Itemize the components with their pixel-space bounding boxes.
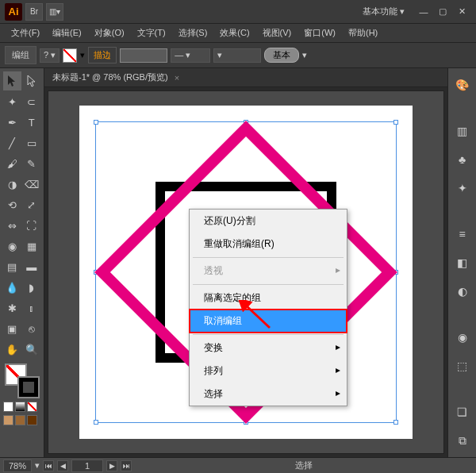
selection-handle[interactable] bbox=[94, 420, 98, 425]
menu-type[interactable]: 文字(T) bbox=[131, 25, 172, 41]
menu-file[interactable]: 文件(F) bbox=[5, 25, 46, 41]
menu-window[interactable]: 窗口(W) bbox=[298, 25, 342, 41]
slice-tool[interactable]: ⎋ bbox=[23, 319, 41, 338]
maximize-button[interactable]: ▢ bbox=[433, 4, 452, 20]
eyedropper-tool[interactable]: 💧 bbox=[3, 278, 21, 297]
lasso-tool[interactable]: ⊂ bbox=[23, 92, 41, 111]
last-page-button[interactable]: ⏭ bbox=[121, 460, 132, 471]
rotate-tool[interactable]: ⟲ bbox=[3, 195, 21, 214]
minimize-button[interactable]: — bbox=[414, 4, 433, 20]
zoom-dropdown-icon[interactable]: ▾ bbox=[35, 460, 40, 471]
gradient-mode-icon[interactable] bbox=[15, 402, 25, 412]
ctx-redo[interactable]: 重做取消编组(R) bbox=[190, 233, 347, 256]
color-mode-icon[interactable] bbox=[3, 402, 13, 412]
selection-tool[interactable] bbox=[3, 71, 21, 90]
fill-swatch-none-icon[interactable] bbox=[63, 48, 77, 63]
selection-handle[interactable] bbox=[94, 120, 98, 125]
width-tool[interactable]: ⇔ bbox=[3, 216, 21, 235]
document-title: 未标题-1* @ 78% (RGB/预览) bbox=[52, 71, 168, 83]
ctx-separator bbox=[193, 334, 344, 335]
artboard-tool[interactable]: ▣ bbox=[3, 319, 21, 338]
first-page-button[interactable]: ⏮ bbox=[43, 460, 54, 471]
fill-dropdown[interactable]: ? ▾ bbox=[40, 48, 60, 63]
workspace-switcher[interactable]: 基本功能 ▾ bbox=[363, 6, 405, 17]
menu-view[interactable]: 视图(V) bbox=[256, 25, 298, 41]
shape-builder-tool[interactable]: ◉ bbox=[3, 236, 21, 256]
perspective-grid-tool[interactable]: ▦ bbox=[23, 236, 41, 256]
ctx-select[interactable]: 选择 bbox=[190, 383, 347, 406]
graphic-styles-panel-icon[interactable]: ⬚ bbox=[454, 357, 471, 375]
draw-inside-icon[interactable] bbox=[27, 415, 37, 425]
hand-tool[interactable]: ✋ bbox=[3, 340, 21, 359]
artboards-panel-icon[interactable]: ⧉ bbox=[454, 432, 471, 449]
layers-panel-icon[interactable]: ❏ bbox=[454, 403, 471, 421]
arrange-documents-button[interactable]: ▥▾ bbox=[46, 3, 63, 21]
line-tool[interactable]: ╱ bbox=[3, 133, 21, 152]
ctx-separator bbox=[193, 257, 344, 258]
column-graph-tool[interactable]: ⫾ bbox=[23, 298, 41, 317]
panel-dock: 🎨 ▥ ♣ ✦ ≡ ◧ ◐ ◉ ⬚ ❏ ⧉ bbox=[447, 68, 476, 457]
zoom-tool[interactable]: 🔍 bbox=[23, 340, 41, 359]
color-mode-row bbox=[3, 402, 40, 412]
swatches-panel-icon[interactable]: ▥ bbox=[454, 122, 471, 140]
selection-handle[interactable] bbox=[393, 120, 398, 125]
document-tab[interactable]: 未标题-1* @ 78% (RGB/预览) × bbox=[44, 68, 447, 87]
scale-tool[interactable]: ⤢ bbox=[23, 195, 41, 214]
mesh-tool[interactable]: ▤ bbox=[3, 257, 21, 276]
zoom-field[interactable]: 78% bbox=[3, 460, 32, 472]
free-transform-tool[interactable]: ⛶ bbox=[23, 216, 41, 235]
app-logo-icon: Ai bbox=[5, 3, 22, 21]
color-panel-icon[interactable]: 🎨 bbox=[454, 76, 471, 94]
selection-handle[interactable] bbox=[393, 420, 398, 425]
blob-brush-tool[interactable]: ◑ bbox=[3, 175, 21, 194]
stroke-weight-field[interactable] bbox=[120, 48, 167, 63]
style-dropdown-icon[interactable]: ▾ bbox=[302, 50, 307, 60]
eraser-tool[interactable]: ⌫ bbox=[23, 175, 41, 194]
ctx-arrange[interactable]: 排列 bbox=[190, 360, 347, 383]
menu-help[interactable]: 帮助(H) bbox=[342, 25, 384, 41]
draw-behind-icon[interactable] bbox=[15, 415, 25, 425]
control-bar: 编组 ? ▾ ▾ 描边 — ▾ ▾ 基本 ▾ bbox=[0, 43, 476, 68]
rectangle-tool[interactable]: ▭ bbox=[23, 133, 41, 152]
brushes-panel-icon[interactable]: ♣ bbox=[454, 151, 471, 168]
blend-tool[interactable]: ◗ bbox=[23, 278, 41, 297]
symbols-panel-icon[interactable]: ✦ bbox=[454, 179, 471, 197]
menu-bar: 文件(F) 编辑(E) 对象(O) 文字(T) 选择(S) 效果(C) 视图(V… bbox=[0, 24, 476, 43]
menu-effect[interactable]: 效果(C) bbox=[213, 25, 255, 41]
bridge-button[interactable]: Br bbox=[25, 3, 43, 21]
menu-edit[interactable]: 编辑(E) bbox=[46, 25, 88, 41]
type-tool[interactable]: T bbox=[23, 113, 41, 132]
stroke-color-icon[interactable] bbox=[17, 376, 40, 398]
draw-mode-row bbox=[3, 415, 40, 425]
brush-definition[interactable]: — ▾ bbox=[171, 48, 210, 63]
draw-normal-icon[interactable] bbox=[3, 415, 13, 425]
direct-selection-tool[interactable] bbox=[23, 71, 41, 90]
close-button[interactable]: ✕ bbox=[452, 4, 471, 20]
stroke-label[interactable]: 描边 bbox=[88, 47, 117, 63]
fill-stroke-control[interactable] bbox=[5, 363, 40, 398]
paintbrush-tool[interactable]: 🖌 bbox=[3, 154, 21, 173]
prev-page-button[interactable]: ◀ bbox=[57, 460, 68, 471]
gradient-panel-icon[interactable]: ◧ bbox=[454, 254, 471, 271]
transparency-panel-icon[interactable]: ◐ bbox=[454, 283, 471, 300]
stroke-panel-icon[interactable]: ≡ bbox=[454, 225, 471, 243]
ctx-perspective[interactable]: 透视 bbox=[190, 260, 347, 283]
menu-select[interactable]: 选择(S) bbox=[172, 25, 214, 41]
symbol-sprayer-tool[interactable]: ✱ bbox=[3, 298, 21, 317]
opacity-field[interactable]: ▾ bbox=[213, 48, 261, 63]
next-page-button[interactable]: ▶ bbox=[106, 460, 117, 471]
none-mode-icon[interactable] bbox=[27, 402, 37, 412]
selection-type-label: 编组 bbox=[5, 46, 36, 64]
ctx-transform[interactable]: 变换 bbox=[190, 336, 347, 360]
graphic-style[interactable]: 基本 bbox=[264, 48, 299, 63]
ctx-undo[interactable]: 还原(U)分割 bbox=[190, 210, 347, 233]
menu-object[interactable]: 对象(O) bbox=[88, 25, 131, 41]
gradient-tool[interactable]: ▬ bbox=[23, 257, 41, 276]
pen-tool[interactable]: ✒ bbox=[3, 113, 21, 132]
page-field[interactable]: 1 bbox=[71, 460, 103, 472]
pencil-tool[interactable]: ✎ bbox=[23, 154, 41, 173]
close-tab-icon[interactable]: × bbox=[175, 73, 179, 83]
magic-wand-tool[interactable]: ✦ bbox=[3, 92, 21, 111]
appearance-panel-icon[interactable]: ◉ bbox=[454, 329, 471, 346]
annotation-arrow-icon bbox=[238, 300, 278, 332]
